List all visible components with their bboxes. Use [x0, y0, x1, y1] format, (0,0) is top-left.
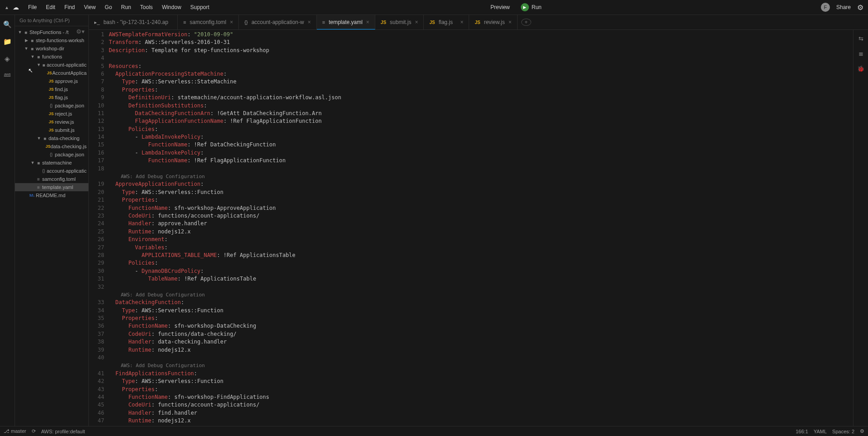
tab[interactable]: JSflag.js×: [424, 15, 469, 29]
chevron-icon: ▼: [24, 46, 29, 51]
tree-item[interactable]: JSdata-checking.js: [15, 142, 88, 150]
term-icon: ▸_: [94, 19, 100, 25]
run-button[interactable]: ▶ Run: [521, 3, 542, 11]
tab[interactable]: JSreview.js×: [469, 15, 517, 29]
tree-label: statemachine: [42, 160, 72, 165]
aws-profile-indicator[interactable]: AWS: profile:default: [41, 429, 85, 434]
menu-file[interactable]: File: [24, 1, 41, 13]
tab[interactable]: ▸_bash - "ip-172-31-1-240.ap: [89, 15, 178, 29]
tree-item[interactable]: ▶■step-functions-worksh: [15, 36, 88, 44]
tree-label: template.yaml: [42, 184, 73, 190]
json-icon: {}: [48, 103, 55, 108]
share-button[interactable]: Share: [836, 4, 851, 10]
tree-item[interactable]: JSflag.js: [15, 93, 88, 102]
tree-item[interactable]: ▼■data-checking: [15, 134, 88, 142]
chevron-icon: ▼: [30, 54, 35, 59]
new-tab-button[interactable]: +: [521, 19, 531, 26]
play-icon: ▶: [521, 3, 529, 11]
code-editor[interactable]: 1234567891011121314151617181920212223242…: [89, 30, 853, 426]
tree-item[interactable]: {}package.json: [15, 150, 88, 159]
tree-item[interactable]: ≡template.yaml: [15, 183, 88, 191]
tree-item[interactable]: ▼■functions: [15, 53, 88, 61]
close-icon[interactable]: ×: [366, 19, 369, 25]
chevron-icon: ▼: [18, 30, 22, 34]
menu-run[interactable]: Run: [116, 1, 136, 13]
tab[interactable]: JSsubmit.js×: [375, 15, 424, 29]
tree-item[interactable]: M↓README.md: [15, 191, 88, 199]
gear-icon[interactable]: ⚙: [857, 3, 863, 12]
json-icon: {}: [40, 169, 47, 173]
file-tree: ⚙▾ ▼■StepFunctions - /t▶■step-functions-…: [15, 26, 88, 426]
tree-label: package.json: [55, 152, 84, 157]
close-icon[interactable]: ×: [509, 19, 512, 25]
tree-label: functions: [42, 54, 62, 59]
debug-icon[interactable]: 🐞: [857, 65, 864, 72]
yaml-icon: ≡: [35, 185, 42, 190]
cloud9-logo-icon[interactable]: ☁: [13, 4, 19, 11]
tree-item[interactable]: JSsubmit.js: [15, 126, 88, 134]
tree-item[interactable]: {}account-applicatic: [15, 167, 88, 175]
close-icon[interactable]: ×: [460, 19, 463, 25]
folder-icon: ■: [41, 136, 48, 141]
folder-icon[interactable]: 📁: [3, 38, 12, 46]
menu-indicator-icon[interactable]: ▲: [5, 5, 9, 10]
menu-view[interactable]: View: [79, 1, 100, 13]
tree-item[interactable]: JSfind.js: [15, 85, 88, 93]
source-control-icon[interactable]: ◈: [5, 55, 10, 63]
menu-support[interactable]: Support: [186, 1, 214, 13]
sync-icon[interactable]: ⟳: [32, 428, 36, 434]
tab-label: flag.js: [439, 19, 453, 25]
tree-item[interactable]: ▼■statemachine: [15, 159, 88, 167]
tree-label: approve.js: [55, 78, 78, 84]
tree-label: find.js: [55, 87, 68, 92]
menu-go[interactable]: Go: [100, 1, 116, 13]
js-icon: JS: [475, 20, 480, 25]
close-icon[interactable]: ×: [415, 19, 418, 25]
run-label: Run: [532, 4, 542, 10]
folder-icon: ■: [29, 46, 36, 51]
search-icon[interactable]: 🔍: [3, 20, 12, 29]
tree-item[interactable]: JSAccountApplica: [15, 69, 88, 77]
js-icon: JS: [48, 128, 55, 132]
tab-label: submit.js: [390, 19, 411, 25]
tree-item[interactable]: ≡samconfig.toml: [15, 175, 88, 183]
close-icon[interactable]: ×: [308, 19, 311, 25]
outline-icon[interactable]: ≣: [858, 50, 863, 57]
close-icon[interactable]: ×: [230, 19, 233, 25]
menu-edit[interactable]: Edit: [41, 1, 60, 13]
tree-item[interactable]: JSreject.js: [15, 110, 88, 118]
tree-item[interactable]: ▼■workshop-dir: [15, 44, 88, 53]
chevron-icon: ▼: [30, 160, 35, 165]
cursor-position[interactable]: 166:1: [795, 429, 808, 434]
language-mode[interactable]: YAML: [814, 429, 827, 434]
tree-gear-icon[interactable]: ⚙▾: [76, 28, 85, 35]
collab-icon[interactable]: ⇆: [858, 35, 863, 42]
tree-item[interactable]: {}package.json: [15, 102, 88, 110]
activity-bar: 🔍 📁 ◈ aws: [0, 15, 15, 426]
preview-button[interactable]: Preview: [484, 2, 516, 13]
code-content[interactable]: AWSTemplateFormatVersion: "2010-09-09"Tr…: [109, 30, 853, 426]
json-icon: {}: [244, 19, 247, 25]
js-icon: JS: [47, 71, 52, 75]
yaml-icon: ≡: [35, 177, 42, 182]
tree-label: data-checking.js: [51, 144, 87, 149]
tree-label: step-functions-worksh: [36, 38, 84, 43]
tree-label: reject.js: [55, 111, 72, 116]
js-icon: JS: [48, 87, 55, 92]
tree-item[interactable]: ▼■account-applicatic: [15, 61, 88, 69]
tab[interactable]: ≡samconfig.toml×: [178, 15, 239, 29]
goto-anything-input[interactable]: Go to Anything (Ctrl-P): [15, 15, 88, 26]
indent-indicator[interactable]: Spaces: 2: [832, 429, 854, 434]
settings-gear-icon[interactable]: ⚙: [860, 428, 864, 434]
tab[interactable]: {}account-application-w×: [239, 15, 316, 29]
tab[interactable]: ≡template.yaml×: [317, 15, 375, 29]
menu-find[interactable]: Find: [60, 1, 79, 13]
avatar[interactable]: F: [821, 3, 830, 12]
chevron-icon: ▼: [37, 136, 41, 140]
tree-item[interactable]: JSapprove.js: [15, 77, 88, 85]
menu-window[interactable]: Window: [157, 1, 186, 13]
tree-item[interactable]: JSreview.js: [15, 118, 88, 126]
branch-indicator[interactable]: ⎇ master: [4, 428, 26, 434]
aws-icon[interactable]: aws: [4, 72, 11, 77]
menu-tools[interactable]: Tools: [136, 1, 157, 13]
